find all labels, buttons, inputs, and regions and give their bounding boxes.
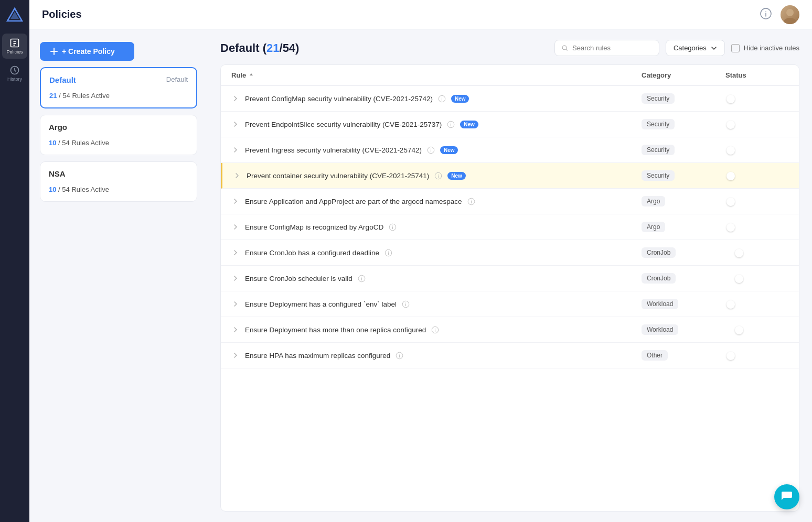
rule-info-icon[interactable] <box>358 275 366 282</box>
policy-card-argo[interactable]: Argo 10 / 54 Rules Active <box>40 115 197 155</box>
hide-inactive-checkbox[interactable] <box>731 44 740 52</box>
search-icon <box>561 44 568 52</box>
rule-info-icon[interactable] <box>431 326 439 334</box>
avatar[interactable] <box>781 5 799 24</box>
chat-icon <box>781 491 793 503</box>
categories-label: Categories <box>674 44 707 52</box>
category-badge: Security <box>642 93 675 104</box>
policy-name-argo: Argo <box>49 123 67 132</box>
chevron-right-icon[interactable] <box>231 351 240 360</box>
left-panel: + Create Policy Default Default 21 / 54 … <box>29 29 208 522</box>
rule-status-cell[interactable] <box>725 222 788 232</box>
policy-header-default: Default Default <box>41 68 196 89</box>
rule-name-cell: Ensure ConfigMap is recognized by ArgoCD <box>231 223 642 231</box>
rule-category-cell: Argo <box>642 222 725 232</box>
rule-info-icon[interactable] <box>438 95 446 103</box>
chevron-right-icon[interactable] <box>233 171 241 180</box>
policy-stats-suffix-nsa: / 54 Rules Active <box>58 186 109 193</box>
sort-icon <box>248 72 254 79</box>
table-row[interactable]: Ensure Deployment has more than one repl… <box>221 317 799 343</box>
search-box[interactable] <box>554 40 659 56</box>
rule-name: Ensure HPA has maximum replicas configur… <box>245 352 390 360</box>
column-rule-label: Rule <box>231 71 246 79</box>
category-badge: Workload <box>642 299 678 309</box>
rule-category-cell: CronJob <box>642 247 725 258</box>
sidebar-logo[interactable] <box>5 6 24 27</box>
page-title: Policies <box>42 8 753 20</box>
rule-category-cell: Argo <box>642 196 725 206</box>
policy-stats-text-argo: 10 / 54 Rules Active <box>49 139 109 147</box>
info-icon[interactable] <box>760 7 772 22</box>
rule-name: Prevent Ingress security vulnerability (… <box>245 146 422 154</box>
table-row[interactable]: Ensure ConfigMap is recognized by ArgoCD… <box>221 214 799 240</box>
rule-name-cell: Ensure CronJob scheduler is valid <box>231 274 642 282</box>
chevron-right-icon[interactable] <box>231 94 240 103</box>
table-row[interactable]: Prevent EndpointSlice security vulnerabi… <box>221 112 799 137</box>
column-status-label: Status <box>725 71 746 79</box>
hide-inactive-text: Hide inactive rules <box>744 44 799 52</box>
rule-status-cell[interactable] <box>725 325 788 334</box>
policy-card-default[interactable]: Default Default 21 / 54 Rules Active <box>40 67 197 108</box>
chevron-right-icon[interactable] <box>231 325 240 334</box>
category-badge: CronJob <box>642 273 676 284</box>
policy-total-count-main: 54 <box>283 41 295 55</box>
rule-info-icon[interactable] <box>402 300 410 308</box>
rule-name-cell: Prevent EndpointSlice security vulnerabi… <box>231 120 642 128</box>
table-row[interactable]: Ensure CronJob scheduler is valid CronJo… <box>221 266 799 291</box>
policy-card-nsa[interactable]: NSA 10 / 54 Rules Active <box>40 161 197 202</box>
rule-info-icon[interactable] <box>447 121 455 128</box>
rule-category-cell: CronJob <box>642 273 725 284</box>
rule-status-cell[interactable] <box>725 299 788 309</box>
chevron-right-icon[interactable] <box>231 274 240 282</box>
categories-dropdown[interactable]: Categories <box>666 40 725 56</box>
chevron-right-icon[interactable] <box>231 197 240 205</box>
sidebar-item-policies[interactable]: Policies <box>2 34 27 59</box>
main-area: Policies + Create <box>29 0 812 522</box>
rule-info-icon[interactable] <box>396 352 403 360</box>
rule-name-cell: Ensure Deployment has a configured `env`… <box>231 300 642 308</box>
hide-inactive-label[interactable]: Hide inactive rules <box>731 44 799 52</box>
search-input[interactable] <box>572 44 653 52</box>
new-badge: New <box>451 95 469 103</box>
table-row[interactable]: Ensure HPA has maximum replicas configur… <box>221 343 799 368</box>
rule-status-cell[interactable] <box>725 351 788 360</box>
table-row[interactable]: Ensure Application and AppProject are pa… <box>221 189 799 214</box>
policy-active-count-argo: 10 <box>49 139 56 147</box>
right-panel: Default (21/54) Categories <box>208 29 812 522</box>
chevron-right-icon[interactable] <box>231 223 240 231</box>
rule-status-cell[interactable] <box>725 274 788 283</box>
rule-info-icon[interactable] <box>467 198 475 205</box>
rule-status-cell[interactable] <box>725 94 788 103</box>
table-row[interactable]: Ensure CronJob has a configured deadline… <box>221 240 799 266</box>
rule-status-cell[interactable] <box>725 171 788 180</box>
chevron-right-icon[interactable] <box>231 146 240 154</box>
table-row[interactable]: Ensure Deployment has a configured `env`… <box>221 291 799 317</box>
rule-info-icon[interactable] <box>389 223 397 231</box>
rule-status-cell[interactable] <box>725 119 788 129</box>
rule-status-cell[interactable] <box>725 197 788 206</box>
table-row[interactable]: Prevent Ingress security vulnerability (… <box>221 137 799 163</box>
chevron-right-icon[interactable] <box>231 300 240 308</box>
chevron-right-icon[interactable] <box>231 248 240 257</box>
header-actions <box>760 5 799 24</box>
new-badge: New <box>460 121 478 128</box>
chat-button[interactable] <box>774 484 799 509</box>
table-row[interactable]: Prevent container security vulnerability… <box>221 163 799 189</box>
policy-header-argo: Argo <box>40 115 197 136</box>
category-badge: Workload <box>642 324 678 335</box>
rule-info-icon[interactable] <box>384 249 392 257</box>
category-badge: CronJob <box>642 247 676 258</box>
policy-active-count-nsa: 10 <box>49 186 56 193</box>
rule-info-icon[interactable] <box>434 172 442 180</box>
table-row[interactable]: Prevent ConfigMap security vulnerability… <box>221 86 799 112</box>
rule-status-cell[interactable] <box>725 145 788 155</box>
policy-stats-suffix-default: / 54 Rules Active <box>59 92 110 100</box>
sidebar-item-history[interactable]: History <box>2 61 27 86</box>
rule-category-cell: Workload <box>642 324 725 335</box>
rule-category-cell: Workload <box>642 299 725 309</box>
create-policy-button[interactable]: + Create Policy <box>40 42 134 61</box>
rule-info-icon[interactable] <box>427 146 435 154</box>
rule-status-cell[interactable] <box>725 248 788 257</box>
svg-point-5 <box>786 9 794 16</box>
chevron-right-icon[interactable] <box>231 120 240 128</box>
